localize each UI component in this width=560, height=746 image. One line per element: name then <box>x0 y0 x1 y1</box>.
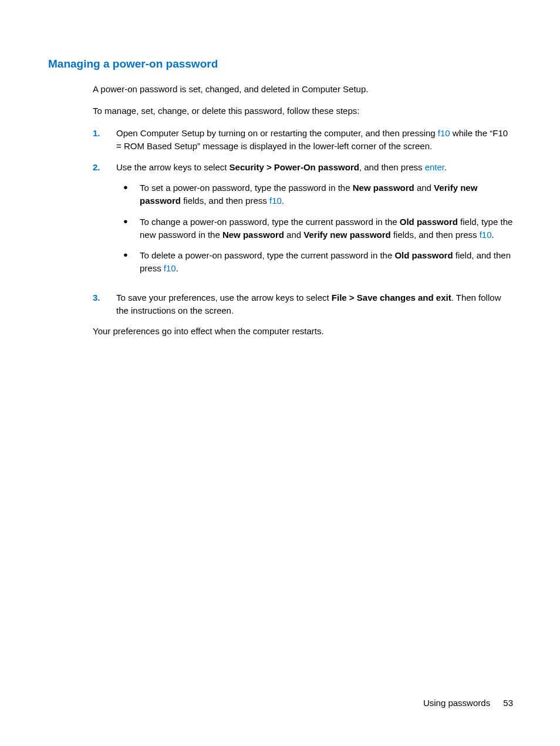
bullet-body: To delete a power-on password, type the … <box>140 249 513 275</box>
text: . <box>444 162 447 172</box>
step-number: 3. <box>93 291 116 317</box>
bullet-body: To change a power-on password, type the … <box>140 216 513 241</box>
footer-section-title: Using passwords <box>423 698 490 708</box>
text: . <box>176 263 178 273</box>
bullet-body: To set a power-on password, type the pas… <box>140 182 513 207</box>
key-f10: f10 <box>269 196 282 206</box>
closing-paragraph: Your preferences go into effect when the… <box>93 325 513 338</box>
bullet-icon: ● <box>116 182 140 207</box>
text: and <box>414 183 434 193</box>
intro-paragraph-2: To manage, set, change, or delete this p… <box>93 105 513 117</box>
key-f10: f10 <box>480 230 492 240</box>
text: . <box>282 196 284 206</box>
step-number: 2. <box>93 161 116 283</box>
field-name: Old password <box>394 250 453 260</box>
text: To change a power-on password, type the … <box>140 217 400 227</box>
key-f10: f10 <box>438 128 450 138</box>
step-number: 1. <box>93 127 116 153</box>
field-name: Old password <box>400 217 458 227</box>
field-name: New password <box>353 183 414 193</box>
menu-path: Security > Power-On password <box>230 162 359 172</box>
step-2: 2. Use the arrow keys to select Security… <box>93 161 513 283</box>
text: fields, and then press <box>391 230 480 240</box>
text: fields, and then press <box>181 196 269 206</box>
page-footer: Using passwords 53 <box>423 697 513 710</box>
bullet-delete-password: ● To delete a power-on password, type th… <box>116 249 513 275</box>
page-number: 53 <box>503 698 513 708</box>
text: Open Computer Setup by turning on or res… <box>116 128 438 138</box>
bullet-icon: ● <box>116 216 140 241</box>
key-f10: f10 <box>164 263 176 273</box>
text: To delete a power-on password, type the … <box>140 250 394 260</box>
step-body: Use the arrow keys to select Security > … <box>116 161 513 283</box>
bullet-set-password: ● To set a power-on password, type the p… <box>116 182 513 207</box>
text: and <box>284 230 303 240</box>
text: , and then press <box>359 162 425 172</box>
bullet-icon: ● <box>116 249 140 275</box>
text: . <box>492 230 494 240</box>
text: To set a power-on password, type the pas… <box>140 183 353 193</box>
bullet-change-password: ● To change a power-on password, type th… <box>116 216 513 241</box>
text: Use the arrow keys to select <box>116 162 230 172</box>
section-heading: Managing a power-on password <box>48 56 513 72</box>
field-name: New password <box>222 230 284 240</box>
document-page: Managing a power-on password A power-on … <box>0 0 560 338</box>
key-enter: enter <box>425 162 444 172</box>
step-body: To save your preferences, use the arrow … <box>116 291 513 317</box>
step-body: Open Computer Setup by turning on or res… <box>116 127 513 153</box>
field-name: Verify new password <box>303 230 390 240</box>
step-3: 3. To save your preferences, use the arr… <box>93 291 513 317</box>
text: To save your preferences, use the arrow … <box>116 293 332 303</box>
step-1: 1. Open Computer Setup by turning on or … <box>93 127 513 153</box>
sub-bullets: ● To set a power-on password, type the p… <box>116 182 513 275</box>
menu-path: File > Save changes and exit <box>332 293 451 303</box>
intro-paragraph-1: A power-on password is set, changed, and… <box>93 83 513 96</box>
steps-list: 1. Open Computer Setup by turning on or … <box>93 127 513 317</box>
